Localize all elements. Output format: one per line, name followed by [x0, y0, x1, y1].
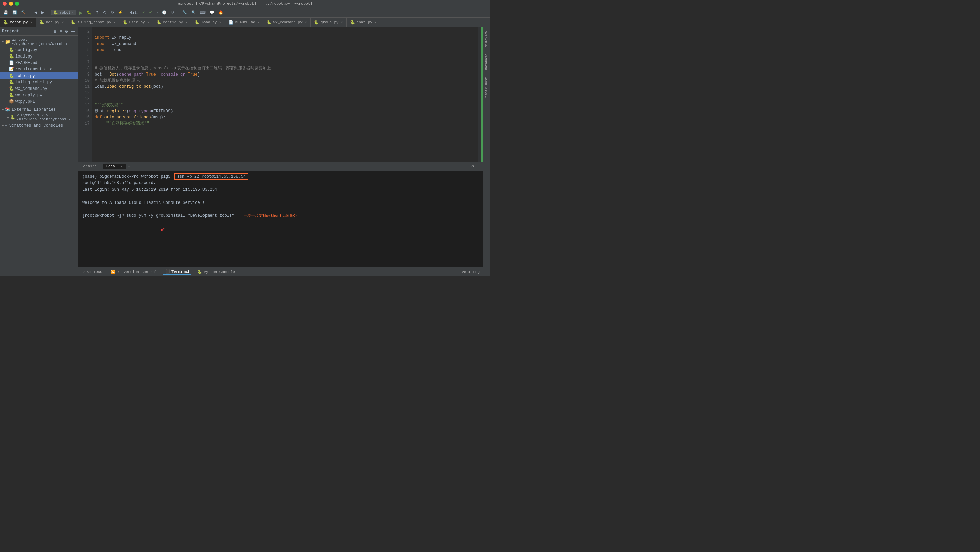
expand-arrow: ▼: [2, 40, 4, 44]
tab-close-chat[interactable]: ✕: [375, 21, 377, 24]
code-line-7: [95, 59, 476, 65]
terminal-line-4: [82, 193, 479, 200]
terminal-minimize-button[interactable]: —: [477, 164, 480, 169]
tab-close-load[interactable]: ✕: [219, 21, 221, 24]
tab-load-py[interactable]: 🐍 load.py ✕: [191, 18, 225, 27]
tab-bot-py[interactable]: 🐍 bot.py ✕: [36, 18, 68, 27]
terminal-tab-local[interactable]: Local ✕: [103, 164, 126, 169]
wrench-button[interactable]: 🔧: [181, 10, 189, 15]
run-config-dropdown[interactable]: 🐍 robot ▾: [51, 10, 76, 15]
debug-button[interactable]: 🐛: [86, 10, 93, 15]
event-log-button[interactable]: Event Log: [460, 270, 480, 274]
code-line-15: @bot.register(msg_types=FRIENDS): [95, 108, 476, 115]
terminal-panel: Terminal: Local ✕ + ⚙ — (base) pigdeMacB…: [78, 162, 482, 267]
git-arrow-button[interactable]: ↑: [155, 10, 159, 15]
tab-icon-load: 🐍: [195, 20, 199, 24]
run-tools-button[interactable]: ⚡: [117, 10, 124, 15]
tab-version-control[interactable]: 🔀 9: Version Control: [108, 269, 159, 275]
tab-icon-wxcmd: 🐍: [267, 20, 272, 24]
folder-icon: 📁: [5, 40, 10, 45]
code-line-10: # 加载配置信息到机器人: [95, 78, 476, 84]
terminal-icon: ⬛: [165, 269, 170, 274]
sync-button[interactable]: 🔄: [11, 10, 18, 15]
forward-button[interactable]: ▶: [40, 10, 45, 15]
tree-root[interactable]: ▼ 📁 wxrobot ~/PycharmProjects/wxrobot: [0, 37, 78, 47]
tab-close-readme[interactable]: ✕: [258, 21, 259, 24]
tab-config-py[interactable]: 🐍 config.py ✕: [153, 18, 191, 27]
reload-button[interactable]: ↻: [110, 10, 115, 15]
tab-close-wxcmd[interactable]: ✕: [305, 21, 307, 24]
translate-button[interactable]: ⌨: [199, 10, 207, 15]
terminal-settings-button[interactable]: ⚙: [472, 164, 474, 169]
tab-chat-py[interactable]: 🐍 chat.py ✕: [347, 18, 380, 27]
python-icon: 🐍: [10, 115, 15, 120]
git-push-button[interactable]: ✔: [148, 10, 153, 15]
tab-icon-chat: 🐍: [350, 20, 355, 24]
locate-file-button[interactable]: ⊕: [53, 29, 57, 34]
tab-close-user[interactable]: ✕: [147, 21, 150, 24]
tab-label-wxcmd: wx_command.py: [273, 21, 302, 24]
file-wxpy[interactable]: 📦 wxpy.pkl: [0, 99, 78, 105]
window-controls[interactable]: [3, 2, 19, 6]
run-button[interactable]: ▶: [78, 9, 84, 16]
save-button[interactable]: 💾: [2, 10, 10, 15]
profile-button[interactable]: ⏱: [102, 10, 108, 15]
terminal-tab-close[interactable]: ✕: [121, 165, 123, 169]
tab-close-robot[interactable]: ✕: [30, 21, 32, 24]
fire-button[interactable]: 🔥: [217, 10, 224, 15]
file-requirements[interactable]: 📝 requirements.txt: [0, 66, 78, 73]
settings-gear-icon[interactable]: ⚙: [64, 29, 69, 34]
tab-todo[interactable]: ☑ 6: TODO: [81, 269, 105, 275]
code-line-2: [95, 29, 476, 35]
file-tuling[interactable]: 🐍 tuling_robot.py: [0, 79, 78, 86]
terminal-password-line: root@114.55.168.54's password:: [82, 181, 156, 186]
python-interpreter[interactable]: ▶ 🐍 < Python 3.7 > /usr/local/bin/python…: [0, 113, 78, 122]
git-history-button[interactable]: 🕐: [161, 10, 168, 15]
back-button[interactable]: ◀: [33, 10, 38, 15]
tab-python-console[interactable]: 🐍 Python Console: [195, 269, 237, 275]
project-root-label: wxrobot ~/PycharmProjects/wxrobot: [11, 38, 76, 46]
collapse-all-button[interactable]: ≡: [59, 29, 63, 34]
tab-label-tuling: tuling_robot.py: [77, 21, 111, 24]
tab-tuling-py[interactable]: 🐍 tuling_robot.py ✕: [67, 18, 119, 27]
sidebar-hide-button[interactable]: —: [70, 29, 76, 34]
tab-terminal[interactable]: ⬛ Terminal: [163, 269, 192, 275]
tab-close-config[interactable]: ✕: [185, 21, 188, 24]
tab-wx-command-py[interactable]: 🐍 wx_command.py ✕: [263, 18, 311, 27]
coverage-button[interactable]: ☂: [94, 10, 100, 15]
file-config[interactable]: 🐍 config.py: [0, 47, 78, 53]
external-libraries[interactable]: ▶ 📚 External Libraries: [0, 106, 78, 113]
build-button[interactable]: 🔨: [20, 10, 27, 15]
side-tab-sideview[interactable]: SideView: [484, 27, 489, 50]
code-line-4: import wx_command: [95, 41, 476, 47]
file-wxreply[interactable]: 🐍 wx_reply.py: [0, 92, 78, 99]
close-button[interactable]: [3, 2, 7, 6]
tab-close-tuling[interactable]: ✕: [114, 21, 116, 24]
scratches-label: Scratches and Consoles: [9, 123, 63, 128]
git-revert-button[interactable]: ↺: [169, 10, 175, 15]
tab-readme-md[interactable]: 📄 README.md ✕: [225, 18, 263, 27]
terminal-body[interactable]: (base) pigdeMacBook-Pro:wxrobot pig$ ssh…: [78, 171, 482, 267]
side-tab-database[interactable]: Database: [484, 50, 489, 73]
tab-close-group[interactable]: ✕: [341, 21, 343, 24]
scratches-consoles[interactable]: ▶ ✏ Scratches and Consoles: [0, 122, 78, 129]
minimize-button[interactable]: [9, 2, 13, 6]
tab-user-py[interactable]: 🐍 user.py ✕: [119, 18, 153, 27]
code-content[interactable]: import wx_reply import wx_command import…: [92, 27, 479, 162]
terminal-new-tab-button[interactable]: +: [127, 164, 130, 169]
file-load[interactable]: 🐍 load.py: [0, 53, 78, 60]
file-robot[interactable]: 🐍 robot.py: [0, 73, 78, 79]
tab-close-bot[interactable]: ✕: [62, 21, 64, 24]
file-wxcmd[interactable]: 🐍 wx_command.py: [0, 86, 78, 92]
separator-1: [30, 10, 30, 16]
file-label-robot: robot.py: [15, 73, 35, 78]
change-indicator: [481, 27, 482, 162]
maximize-button[interactable]: [15, 2, 19, 6]
tab-group-py[interactable]: 🐍 group.py ✕: [311, 18, 347, 27]
git-check-button[interactable]: ✓: [140, 10, 146, 15]
search-button[interactable]: 🔍: [190, 10, 197, 15]
file-readme[interactable]: 📄 README.md: [0, 60, 78, 66]
tab-robot-py[interactable]: 🐍 robot.py ✕: [0, 18, 36, 27]
side-tab-remote-host[interactable]: Remote Host: [484, 73, 489, 103]
weixin-button[interactable]: 💬: [208, 10, 216, 15]
